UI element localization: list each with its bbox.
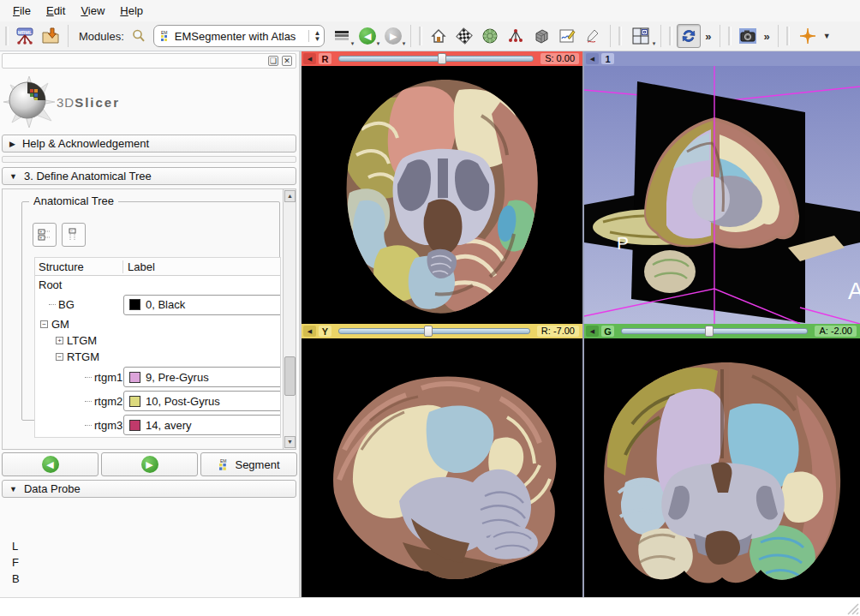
crosshair-button[interactable] [794, 24, 821, 48]
menu-view[interactable]: View [73, 2, 112, 20]
column-label[interactable]: Label [123, 260, 280, 273]
module-spinner[interactable]: ▲▼ [308, 30, 320, 42]
collapse-tree-button[interactable]: − [62, 223, 86, 247]
green-slice-offset: A: -2.00 [815, 326, 857, 337]
module-history-button[interactable]: ▾ [330, 24, 354, 48]
expand-tree-button[interactable]: + + [33, 223, 57, 247]
model-sphere-button[interactable] [478, 24, 502, 48]
toolbar-grip[interactable] [419, 27, 422, 45]
yellow-slice-slider[interactable] [338, 326, 530, 337]
yellow-slice-abbr: Y [319, 326, 331, 337]
toolbar-overflow-button[interactable]: » [761, 30, 773, 43]
expand-node-icon[interactable]: + [56, 337, 63, 344]
layout-grid-icon [631, 27, 650, 45]
toolbar-separator [610, 25, 611, 47]
tree-node-label: LTGM [67, 334, 97, 347]
tree-row-root[interactable]: Root [35, 276, 280, 293]
dropdown-arrow-icon[interactable]: ▼ [823, 32, 831, 40]
yellow-slice-bar: ◀ Y R: -7.00 [302, 324, 582, 338]
crosshair-icon [798, 27, 817, 45]
anatomical-tree-group-title: Anatomical Tree [29, 194, 118, 207]
collapse-node-icon[interactable]: − [40, 320, 48, 328]
chart-edit-button[interactable] [555, 24, 579, 48]
collapse-node-icon[interactable]: − [56, 353, 63, 361]
toolbar-separator [410, 25, 411, 47]
slicer-logo-icon [2, 75, 57, 129]
toolbar-grip[interactable] [618, 27, 622, 45]
volume-cube-button[interactable] [529, 24, 553, 48]
green-slice-bar: ◀ G A: -2.00 [584, 324, 860, 338]
tree-row-rtgm[interactable]: − RTGM [35, 349, 280, 365]
save-scene-button[interactable] [39, 24, 63, 48]
chart-edit-icon [558, 27, 576, 45]
module-selector[interactable]: EM EMSegmenter with Atlas ▲▼ [153, 25, 325, 47]
wizard-back-button[interactable]: ◀ [2, 452, 99, 476]
layout-selector-button[interactable]: ▾ [626, 24, 655, 48]
data-probe-header[interactable]: ▼ Data Probe [2, 480, 296, 498]
refresh-views-button[interactable] [677, 24, 701, 48]
panel-scrollbar[interactable]: ▲ ▼ [283, 189, 296, 449]
svg-text:+: + [39, 229, 42, 234]
label-value: 10, Post-Gyrus [146, 395, 220, 408]
menu-edit[interactable]: Edit [39, 2, 73, 20]
menubar: File Edit View Help [0, 0, 860, 21]
label-selector-rtgm3[interactable]: 14, avery [123, 415, 281, 435]
green-slice-viewport[interactable] [584, 338, 860, 597]
label-selector-bg[interactable]: 0, Black [123, 295, 281, 315]
slider-handle[interactable] [424, 326, 433, 337]
mrml-scene-button[interactable]: MRML [13, 24, 37, 48]
scrollbar-thumb[interactable] [284, 356, 296, 396]
screenshot-button[interactable] [736, 24, 760, 48]
resize-grip[interactable] [845, 601, 859, 615]
green-slice-menu-button[interactable]: ◀ [586, 326, 599, 337]
tree-row-ltgm[interactable]: + LTGM [35, 332, 280, 349]
threed-view-bar: ◀ 1 [584, 51, 860, 66]
undock-panel-button[interactable]: ❏ [268, 56, 278, 66]
scene-tree-button[interactable] [504, 24, 528, 48]
red-slice-menu-button[interactable]: ◀ [303, 53, 316, 64]
toolbar-grip[interactable] [728, 27, 732, 45]
tree-row-rtgm2[interactable]: rtgm2 10, Post-Gyrus [35, 389, 280, 413]
slider-handle[interactable] [705, 326, 714, 337]
forward-arrow-icon: ▶ [385, 27, 402, 45]
module-back-button[interactable]: ◀ ▾ [355, 24, 379, 48]
fiducial-button[interactable] [452, 24, 476, 48]
define-tree-section-title: 3. Define Anatomical Tree [24, 170, 152, 182]
yellow-slice-viewport[interactable] [302, 338, 582, 597]
module-search-button[interactable] [129, 24, 148, 48]
red-slice-slider[interactable] [338, 53, 534, 64]
yellow-slice-menu-button[interactable]: ◀ [303, 326, 316, 337]
label-selector-rtgm2[interactable]: 10, Post-Gyrus [123, 391, 281, 411]
collapsed-section-strip[interactable] [2, 156, 296, 163]
slider-handle[interactable] [438, 53, 446, 64]
toolbar-grip[interactable] [786, 27, 790, 45]
threed-view-menu-button[interactable]: ◀ [586, 53, 599, 64]
red-slice-viewport[interactable] [302, 66, 582, 324]
toolbar-grip[interactable] [669, 27, 672, 45]
help-section-header[interactable]: ▶ Help & Acknowledgement [2, 135, 296, 153]
tree-row-bg[interactable]: BG 0, Black [35, 293, 280, 316]
green-slice-slider[interactable] [621, 326, 808, 337]
tree-row-rtgm1[interactable]: rtgm1 9, Pre-Gyrus [35, 365, 280, 389]
toolbar-overflow-button[interactable]: » [702, 30, 714, 43]
module-forward-button[interactable]: ▶ ▾ [381, 24, 405, 48]
label-selector-rtgm1[interactable]: 9, Pre-Gyrus [123, 367, 281, 387]
segment-button[interactable]: EM Segment [200, 452, 297, 476]
tree-row-gm[interactable]: − GM [35, 316, 280, 332]
label-value: 14, avery [146, 419, 191, 432]
toolbar-grip[interactable] [5, 27, 9, 45]
home-module-button[interactable] [427, 24, 451, 48]
close-panel-button[interactable]: ✕ [282, 56, 292, 66]
menu-file[interactable]: File [5, 2, 39, 20]
wizard-next-button[interactable]: ▶ [101, 452, 198, 476]
scroll-up-icon[interactable]: ▲ [284, 190, 296, 202]
svg-text:−: − [70, 228, 73, 233]
threed-viewport[interactable]: P A [584, 66, 860, 324]
annotation-pencil-button[interactable] [581, 24, 605, 48]
menu-help[interactable]: Help [112, 2, 151, 20]
define-tree-section-header[interactable]: ▼ 3. Define Anatomical Tree [2, 167, 296, 185]
column-structure[interactable]: Structure [35, 260, 123, 273]
history-blinds-icon [334, 30, 349, 42]
tree-row-rtgm3[interactable]: rtgm3 14, avery [35, 413, 280, 437]
scroll-down-icon[interactable]: ▼ [284, 436, 296, 448]
